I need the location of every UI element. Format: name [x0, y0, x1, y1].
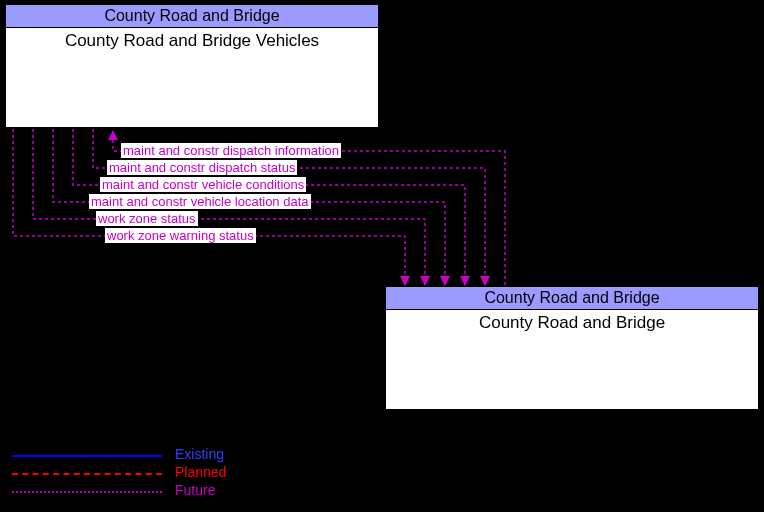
legend-line-planned	[12, 473, 162, 475]
legend-label-existing: Existing	[175, 446, 224, 462]
legend-label-future: Future	[175, 482, 215, 498]
entity-vehicles[interactable]: County Road and Bridge County Road and B…	[4, 3, 380, 129]
flow-dispatch-status[interactable]: maint and constr dispatch status	[107, 160, 297, 175]
legend-line-future	[12, 491, 162, 493]
entity-main-header: County Road and Bridge	[386, 287, 758, 310]
entity-vehicles-header: County Road and Bridge	[6, 5, 378, 28]
flow-work-zone-warning[interactable]: work zone warning status	[105, 228, 256, 243]
legend-label-planned: Planned	[175, 464, 226, 480]
entity-main[interactable]: County Road and Bridge County Road and B…	[384, 285, 760, 411]
flow-work-zone-status[interactable]: work zone status	[96, 211, 198, 226]
flow-dispatch-information[interactable]: maint and constr dispatch information	[121, 143, 341, 158]
flow-vehicle-conditions[interactable]: maint and constr vehicle conditions	[100, 177, 306, 192]
legend-line-existing	[12, 455, 162, 457]
flow-vehicle-location[interactable]: maint and constr vehicle location data	[89, 194, 311, 209]
entity-main-title: County Road and Bridge	[386, 310, 758, 336]
entity-vehicles-title: County Road and Bridge Vehicles	[6, 28, 378, 54]
